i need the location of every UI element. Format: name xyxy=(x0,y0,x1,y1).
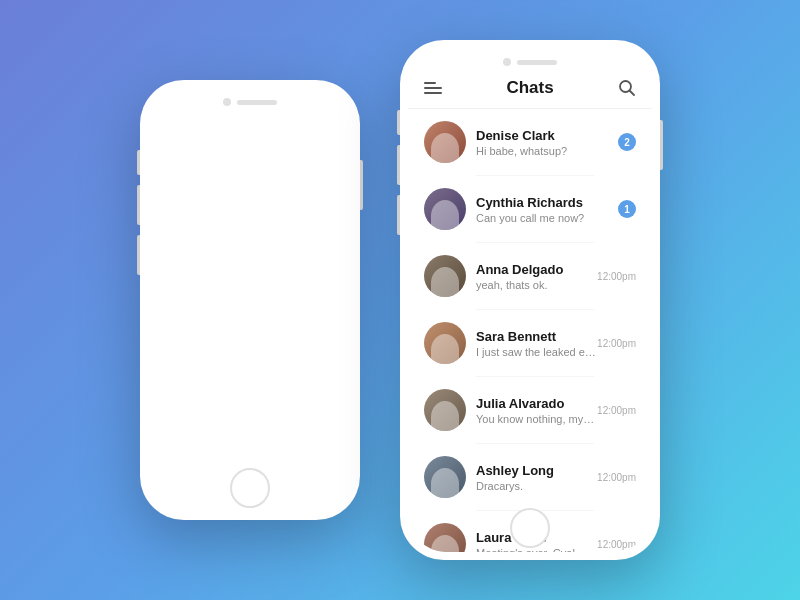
chat-preview: You know nothing, my dear. xyxy=(476,413,597,425)
chat-meta: 12:00pm xyxy=(597,472,636,483)
chat-info: Denise ClarkHi babe, whatsup? xyxy=(476,128,618,157)
chat-name: Cynthia Richards xyxy=(476,195,618,210)
avatar xyxy=(424,188,466,230)
avatar xyxy=(424,523,466,552)
divider xyxy=(476,443,594,444)
menu-line-1 xyxy=(424,82,436,84)
right-phone: Chats Denise ClarkHi babe, whatsup?2Cynt… xyxy=(400,40,660,560)
chat-info: Anna Delgadoyeah, thats ok. xyxy=(476,262,597,291)
chat-meta: 2 xyxy=(618,133,636,151)
chat-preview: Hi babe, whatsup? xyxy=(476,145,618,157)
right-phone-screen: Chats Denise ClarkHi babe, whatsup?2Cynt… xyxy=(408,48,652,552)
phones-container: Chats Denise ClarkHi babe, whatsup?2Cynt… xyxy=(140,40,660,560)
avatar xyxy=(424,255,466,297)
chat-app: Chats Denise ClarkHi babe, whatsup?2Cynt… xyxy=(408,66,652,552)
chat-item[interactable]: Sara BennettI just saw the leaked episod… xyxy=(416,312,644,374)
chat-preview: Can you call me now? xyxy=(476,212,618,224)
chat-preview: Meeting's over. Cya! xyxy=(476,547,597,553)
notch-area xyxy=(148,88,352,106)
avatar xyxy=(424,456,466,498)
chat-meta: 12:00pm xyxy=(597,539,636,550)
avatar xyxy=(424,322,466,364)
vol-down-button-2 xyxy=(397,195,400,235)
vol-up-button-2 xyxy=(397,145,400,185)
chat-preview: yeah, thats ok. xyxy=(476,279,597,291)
chat-name: Ashley Long xyxy=(476,463,597,478)
vol-down-button xyxy=(137,235,140,275)
camera xyxy=(223,98,231,106)
divider xyxy=(476,242,594,243)
chat-meta: 12:00pm xyxy=(597,271,636,282)
chat-time: 12:00pm xyxy=(597,271,636,282)
chat-item[interactable]: Julia AlvaradoYou know nothing, my dear.… xyxy=(416,379,644,441)
home-button-2[interactable] xyxy=(510,508,550,548)
chat-list: Denise ClarkHi babe, whatsup?2Cynthia Ri… xyxy=(408,109,652,552)
home-button[interactable] xyxy=(230,468,270,508)
speaker xyxy=(237,100,277,105)
chat-meta: 12:00pm xyxy=(597,405,636,416)
chat-preview: I just saw the leaked episode of... xyxy=(476,346,597,358)
chat-item[interactable]: Anna Delgadoyeah, thats ok.12:00pm xyxy=(416,245,644,307)
chat-info: Ashley LongDracarys. xyxy=(476,463,597,492)
menu-icon[interactable] xyxy=(424,82,442,94)
chat-name: Sara Bennett xyxy=(476,329,597,344)
chat-preview: Dracarys. xyxy=(476,480,597,492)
mute-button-2 xyxy=(397,110,400,135)
mute-button xyxy=(137,150,140,175)
chat-item[interactable]: Cynthia RichardsCan you call me now?1 xyxy=(416,178,644,240)
chat-header: Chats xyxy=(408,66,652,109)
divider xyxy=(476,175,594,176)
chat-info: Julia AlvaradoYou know nothing, my dear. xyxy=(476,396,597,425)
divider xyxy=(476,376,594,377)
camera-2 xyxy=(503,58,511,66)
svg-line-1 xyxy=(629,91,634,96)
chat-item[interactable]: Ashley LongDracarys.12:00pm xyxy=(416,446,644,508)
chat-time: 12:00pm xyxy=(597,405,636,416)
search-icon[interactable] xyxy=(618,79,636,97)
notch-area-2 xyxy=(408,48,652,66)
divider xyxy=(476,309,594,310)
page-title: Chats xyxy=(506,78,553,98)
chat-time: 12:00pm xyxy=(597,338,636,349)
chat-time: 12:00pm xyxy=(597,472,636,483)
avatar xyxy=(424,389,466,431)
right-button xyxy=(360,160,363,210)
chat-name: Julia Alvarado xyxy=(476,396,597,411)
menu-line-2 xyxy=(424,87,442,89)
speaker-2 xyxy=(517,60,557,65)
avatar xyxy=(424,121,466,163)
chat-meta: 12:00pm xyxy=(597,338,636,349)
chat-info: Cynthia RichardsCan you call me now? xyxy=(476,195,618,224)
unread-badge: 1 xyxy=(618,200,636,218)
left-phone-screen xyxy=(148,88,352,512)
left-phone xyxy=(140,80,360,520)
chat-name: Denise Clark xyxy=(476,128,618,143)
right-button-2 xyxy=(660,120,663,170)
unread-badge: 2 xyxy=(618,133,636,151)
chat-meta: 1 xyxy=(618,200,636,218)
menu-line-3 xyxy=(424,92,442,94)
chat-time: 12:00pm xyxy=(597,539,636,550)
chat-item[interactable]: Denise ClarkHi babe, whatsup?2 xyxy=(416,111,644,173)
chat-info: Sara BennettI just saw the leaked episod… xyxy=(476,329,597,358)
chat-name: Anna Delgado xyxy=(476,262,597,277)
vol-up-button xyxy=(137,185,140,225)
